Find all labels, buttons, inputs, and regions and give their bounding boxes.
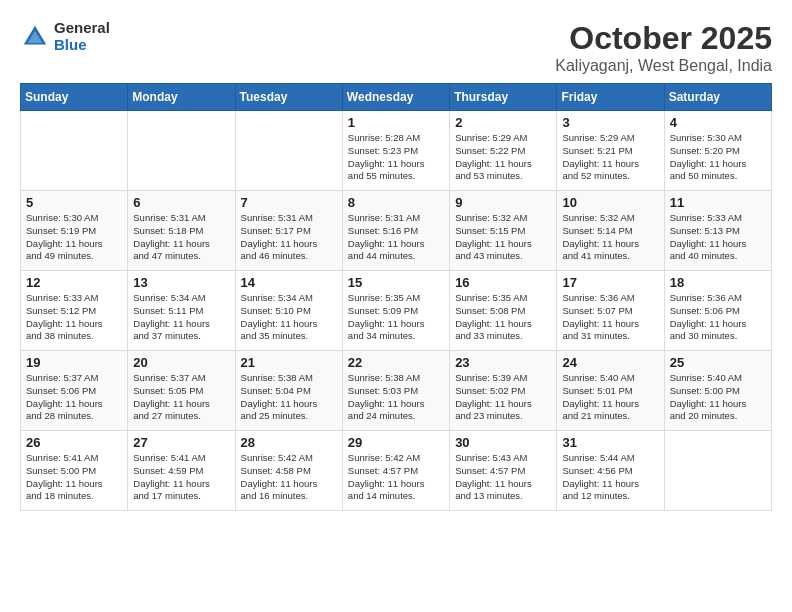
calendar-cell — [128, 111, 235, 191]
calendar-week-row: 5Sunrise: 5:30 AM Sunset: 5:19 PM Daylig… — [21, 191, 772, 271]
day-number: 26 — [26, 435, 122, 450]
day-number: 28 — [241, 435, 337, 450]
calendar-cell: 9Sunrise: 5:32 AM Sunset: 5:15 PM Daylig… — [450, 191, 557, 271]
day-info: Sunrise: 5:42 AM Sunset: 4:58 PM Dayligh… — [241, 452, 337, 503]
day-number: 25 — [670, 355, 766, 370]
day-info: Sunrise: 5:40 AM Sunset: 5:01 PM Dayligh… — [562, 372, 658, 423]
calendar-cell: 15Sunrise: 5:35 AM Sunset: 5:09 PM Dayli… — [342, 271, 449, 351]
calendar-week-row: 26Sunrise: 5:41 AM Sunset: 5:00 PM Dayli… — [21, 431, 772, 511]
column-header-saturday: Saturday — [664, 84, 771, 111]
day-number: 14 — [241, 275, 337, 290]
calendar-cell: 20Sunrise: 5:37 AM Sunset: 5:05 PM Dayli… — [128, 351, 235, 431]
calendar-cell: 30Sunrise: 5:43 AM Sunset: 4:57 PM Dayli… — [450, 431, 557, 511]
calendar-week-row: 19Sunrise: 5:37 AM Sunset: 5:06 PM Dayli… — [21, 351, 772, 431]
calendar-cell: 14Sunrise: 5:34 AM Sunset: 5:10 PM Dayli… — [235, 271, 342, 351]
day-number: 31 — [562, 435, 658, 450]
day-number: 9 — [455, 195, 551, 210]
calendar-cell: 25Sunrise: 5:40 AM Sunset: 5:00 PM Dayli… — [664, 351, 771, 431]
day-info: Sunrise: 5:34 AM Sunset: 5:11 PM Dayligh… — [133, 292, 229, 343]
day-number: 10 — [562, 195, 658, 210]
subtitle: Kaliyaganj, West Bengal, India — [555, 57, 772, 75]
calendar-cell: 24Sunrise: 5:40 AM Sunset: 5:01 PM Dayli… — [557, 351, 664, 431]
day-number: 17 — [562, 275, 658, 290]
day-info: Sunrise: 5:39 AM Sunset: 5:02 PM Dayligh… — [455, 372, 551, 423]
day-number: 22 — [348, 355, 444, 370]
day-info: Sunrise: 5:33 AM Sunset: 5:12 PM Dayligh… — [26, 292, 122, 343]
calendar-cell: 26Sunrise: 5:41 AM Sunset: 5:00 PM Dayli… — [21, 431, 128, 511]
day-number: 1 — [348, 115, 444, 130]
day-info: Sunrise: 5:42 AM Sunset: 4:57 PM Dayligh… — [348, 452, 444, 503]
calendar-cell: 21Sunrise: 5:38 AM Sunset: 5:04 PM Dayli… — [235, 351, 342, 431]
day-number: 4 — [670, 115, 766, 130]
calendar-cell: 22Sunrise: 5:38 AM Sunset: 5:03 PM Dayli… — [342, 351, 449, 431]
day-number: 13 — [133, 275, 229, 290]
column-header-friday: Friday — [557, 84, 664, 111]
day-number: 29 — [348, 435, 444, 450]
day-info: Sunrise: 5:38 AM Sunset: 5:03 PM Dayligh… — [348, 372, 444, 423]
calendar-week-row: 1Sunrise: 5:28 AM Sunset: 5:23 PM Daylig… — [21, 111, 772, 191]
day-number: 30 — [455, 435, 551, 450]
day-number: 18 — [670, 275, 766, 290]
logo-text: General Blue — [54, 20, 110, 53]
day-info: Sunrise: 5:41 AM Sunset: 4:59 PM Dayligh… — [133, 452, 229, 503]
day-info: Sunrise: 5:36 AM Sunset: 5:06 PM Dayligh… — [670, 292, 766, 343]
title-block: October 2025 Kaliyaganj, West Bengal, In… — [555, 20, 772, 75]
day-number: 16 — [455, 275, 551, 290]
calendar-table: SundayMondayTuesdayWednesdayThursdayFrid… — [20, 83, 772, 511]
header: General Blue October 2025 Kaliyaganj, We… — [20, 20, 772, 75]
day-info: Sunrise: 5:32 AM Sunset: 5:15 PM Dayligh… — [455, 212, 551, 263]
column-header-wednesday: Wednesday — [342, 84, 449, 111]
day-info: Sunrise: 5:30 AM Sunset: 5:20 PM Dayligh… — [670, 132, 766, 183]
day-info: Sunrise: 5:36 AM Sunset: 5:07 PM Dayligh… — [562, 292, 658, 343]
calendar-cell: 4Sunrise: 5:30 AM Sunset: 5:20 PM Daylig… — [664, 111, 771, 191]
calendar-cell: 31Sunrise: 5:44 AM Sunset: 4:56 PM Dayli… — [557, 431, 664, 511]
day-info: Sunrise: 5:41 AM Sunset: 5:00 PM Dayligh… — [26, 452, 122, 503]
day-info: Sunrise: 5:30 AM Sunset: 5:19 PM Dayligh… — [26, 212, 122, 263]
day-info: Sunrise: 5:28 AM Sunset: 5:23 PM Dayligh… — [348, 132, 444, 183]
calendar-cell — [235, 111, 342, 191]
calendar-cell: 10Sunrise: 5:32 AM Sunset: 5:14 PM Dayli… — [557, 191, 664, 271]
day-info: Sunrise: 5:40 AM Sunset: 5:00 PM Dayligh… — [670, 372, 766, 423]
day-number: 20 — [133, 355, 229, 370]
day-number: 6 — [133, 195, 229, 210]
calendar-cell: 28Sunrise: 5:42 AM Sunset: 4:58 PM Dayli… — [235, 431, 342, 511]
day-info: Sunrise: 5:31 AM Sunset: 5:17 PM Dayligh… — [241, 212, 337, 263]
calendar-cell — [21, 111, 128, 191]
day-info: Sunrise: 5:29 AM Sunset: 5:21 PM Dayligh… — [562, 132, 658, 183]
day-info: Sunrise: 5:31 AM Sunset: 5:16 PM Dayligh… — [348, 212, 444, 263]
day-number: 23 — [455, 355, 551, 370]
day-number: 15 — [348, 275, 444, 290]
day-info: Sunrise: 5:35 AM Sunset: 5:08 PM Dayligh… — [455, 292, 551, 343]
day-info: Sunrise: 5:29 AM Sunset: 5:22 PM Dayligh… — [455, 132, 551, 183]
calendar-cell — [664, 431, 771, 511]
calendar-cell: 8Sunrise: 5:31 AM Sunset: 5:16 PM Daylig… — [342, 191, 449, 271]
calendar-header-row: SundayMondayTuesdayWednesdayThursdayFrid… — [21, 84, 772, 111]
day-number: 12 — [26, 275, 122, 290]
day-number: 3 — [562, 115, 658, 130]
column-header-tuesday: Tuesday — [235, 84, 342, 111]
calendar-cell: 11Sunrise: 5:33 AM Sunset: 5:13 PM Dayli… — [664, 191, 771, 271]
day-info: Sunrise: 5:35 AM Sunset: 5:09 PM Dayligh… — [348, 292, 444, 343]
calendar-cell: 23Sunrise: 5:39 AM Sunset: 5:02 PM Dayli… — [450, 351, 557, 431]
day-number: 11 — [670, 195, 766, 210]
day-info: Sunrise: 5:44 AM Sunset: 4:56 PM Dayligh… — [562, 452, 658, 503]
calendar-cell: 13Sunrise: 5:34 AM Sunset: 5:11 PM Dayli… — [128, 271, 235, 351]
day-info: Sunrise: 5:43 AM Sunset: 4:57 PM Dayligh… — [455, 452, 551, 503]
logo-blue: Blue — [54, 37, 110, 54]
day-info: Sunrise: 5:33 AM Sunset: 5:13 PM Dayligh… — [670, 212, 766, 263]
calendar-cell: 2Sunrise: 5:29 AM Sunset: 5:22 PM Daylig… — [450, 111, 557, 191]
calendar-cell: 3Sunrise: 5:29 AM Sunset: 5:21 PM Daylig… — [557, 111, 664, 191]
day-number: 5 — [26, 195, 122, 210]
day-info: Sunrise: 5:34 AM Sunset: 5:10 PM Dayligh… — [241, 292, 337, 343]
main-title: October 2025 — [555, 20, 772, 57]
day-number: 2 — [455, 115, 551, 130]
calendar-cell: 6Sunrise: 5:31 AM Sunset: 5:18 PM Daylig… — [128, 191, 235, 271]
calendar-cell: 27Sunrise: 5:41 AM Sunset: 4:59 PM Dayli… — [128, 431, 235, 511]
column-header-sunday: Sunday — [21, 84, 128, 111]
day-number: 24 — [562, 355, 658, 370]
calendar-cell: 16Sunrise: 5:35 AM Sunset: 5:08 PM Dayli… — [450, 271, 557, 351]
calendar-cell: 5Sunrise: 5:30 AM Sunset: 5:19 PM Daylig… — [21, 191, 128, 271]
calendar-cell: 29Sunrise: 5:42 AM Sunset: 4:57 PM Dayli… — [342, 431, 449, 511]
calendar-cell: 12Sunrise: 5:33 AM Sunset: 5:12 PM Dayli… — [21, 271, 128, 351]
day-number: 21 — [241, 355, 337, 370]
